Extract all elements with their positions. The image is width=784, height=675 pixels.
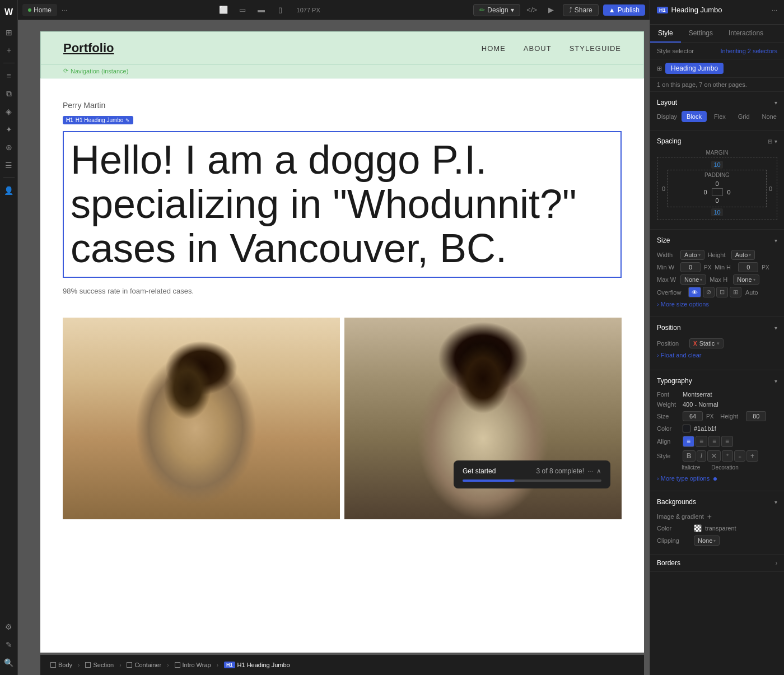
pages-icon[interactable]: ⊞ <box>1 25 17 40</box>
more-style-btn[interactable]: + <box>746 450 758 462</box>
home-tab[interactable]: Home <box>22 4 57 16</box>
canvas-area[interactable]: Portfolio HOME ABOUT STYLEGUIDE ⟳ Naviga… <box>18 20 650 675</box>
max-h-control[interactable]: None ▾ <box>733 274 759 285</box>
margin-left-value[interactable]: 0 <box>661 184 666 193</box>
search-icon[interactable]: 🔍 <box>1 655 17 671</box>
design-mode-button[interactable]: ✏ Design ▾ <box>473 4 520 16</box>
assets-icon[interactable]: ◈ <box>1 104 17 119</box>
superscript-btn[interactable]: ⁺ <box>722 450 733 462</box>
panel-more-dots[interactable]: ··· <box>772 6 777 14</box>
share-button[interactable]: ⤴ Share <box>563 4 599 16</box>
float-clear-link[interactable]: › Float and clear <box>650 351 784 363</box>
symbols-icon[interactable]: ✦ <box>1 122 17 137</box>
add-background-icon[interactable]: + <box>707 512 712 521</box>
bg-color-value[interactable]: transparent <box>705 525 777 532</box>
publish-button[interactable]: ▲ Publish <box>603 4 645 16</box>
align-justify-btn[interactable]: ≡ <box>721 436 733 447</box>
settings-icon[interactable]: ⚙ <box>1 619 17 635</box>
italic-btn[interactable]: I <box>697 450 706 462</box>
layers-icon[interactable]: ≡ <box>1 68 17 83</box>
bold-btn[interactable]: B <box>683 450 696 462</box>
ecommerce-icon[interactable]: ⊛ <box>1 139 17 155</box>
progress-collapse-icon[interactable]: ∧ <box>596 467 601 475</box>
spacing-options-icon[interactable]: ⊟ <box>768 138 772 145</box>
width-control[interactable]: Auto ▾ <box>680 250 704 260</box>
mobile-portrait-icon[interactable]: ▯ <box>273 3 288 17</box>
borders-section[interactable]: Borders › <box>650 555 784 572</box>
seo-icon[interactable]: ✎ <box>1 637 17 653</box>
breadcrumb-sep-2: › <box>119 662 121 668</box>
display-none-btn[interactable]: None <box>757 111 782 122</box>
height-control[interactable]: Auto ▾ <box>731 250 755 260</box>
desktop-view-icon[interactable]: ⬜ <box>216 3 231 17</box>
breadcrumb-h1[interactable]: H1 H1 Heading Jumbo <box>221 660 293 669</box>
preview-icon[interactable]: ▶ <box>544 3 558 17</box>
nav-link-about[interactable]: ABOUT <box>524 44 552 53</box>
typography-section-header[interactable]: Typography ▾ <box>650 375 784 387</box>
display-grid-btn[interactable]: Grid <box>733 111 755 122</box>
max-w-control[interactable]: None ▾ <box>680 274 706 285</box>
topbar-more-dots[interactable]: ··· <box>62 6 67 14</box>
users-icon[interactable]: 👤 <box>1 183 17 198</box>
display-block-btn[interactable]: Block <box>682 111 707 122</box>
overflow-scroll-btn[interactable]: ⊡ <box>716 287 728 297</box>
spacing-section-header[interactable]: Spacing ⊟ ▾ <box>650 135 784 147</box>
breadcrumb-section[interactable]: Section <box>82 660 117 669</box>
subscript-btn[interactable]: ₊ <box>734 450 745 462</box>
breadcrumb-intro-wrap[interactable]: Intro Wrap <box>171 660 214 669</box>
edit-icon[interactable]: ✎ <box>125 118 130 123</box>
font-value[interactable]: Montserrat <box>683 391 777 398</box>
margin-top-value[interactable]: 10 <box>661 160 773 170</box>
code-view-icon[interactable]: </> <box>525 3 539 17</box>
min-w-input[interactable] <box>680 262 701 272</box>
overflow-hidden-btn[interactable]: ⊘ <box>703 287 715 297</box>
overflow-auto-btn[interactable]: ⊞ <box>730 287 741 297</box>
strikethrough-btn[interactable]: ✕ <box>707 450 721 462</box>
position-value-control[interactable]: X Static ▾ <box>689 338 724 348</box>
display-flex-btn[interactable]: Flex <box>709 111 731 122</box>
padding-bottom-value[interactable]: 0 <box>670 196 764 205</box>
align-right-btn[interactable]: ≡ <box>708 436 720 447</box>
layout-section-header[interactable]: Layout ▾ <box>650 96 784 109</box>
nav-link-styleguide[interactable]: STYLEGUIDE <box>570 44 621 53</box>
margin-bottom-value[interactable]: 10 <box>661 207 773 217</box>
padding-right-value[interactable]: 0 <box>727 189 731 195</box>
progress-bar-background <box>463 480 601 482</box>
inherit-label[interactable]: Inheriting 2 selectors <box>721 48 778 54</box>
more-type-options-link[interactable]: › More type options <box>650 473 784 484</box>
color-value[interactable]: #1a1b1f <box>694 425 777 432</box>
min-h-input[interactable] <box>738 262 758 272</box>
more-size-options-link[interactable]: › More size options <box>650 299 784 310</box>
breadcrumb-body[interactable]: Body <box>47 660 76 669</box>
mobile-landscape-icon[interactable]: ▬ <box>254 3 269 17</box>
padding-top-value[interactable]: 0 <box>670 179 764 188</box>
tablet-view-icon[interactable]: ▭ <box>235 3 250 17</box>
tab-interactions[interactable]: Interactions <box>721 25 771 43</box>
progress-more-icon[interactable]: ··· <box>587 467 593 475</box>
tab-style[interactable]: Style <box>650 25 681 43</box>
hero-heading-wrapper[interactable]: Hello! I am a doggo P.I. specializing in… <box>63 131 622 278</box>
cms-icon[interactable]: ☰ <box>1 157 17 173</box>
breadcrumb-container[interactable]: Container <box>123 660 165 669</box>
align-center-btn[interactable]: ≡ <box>696 436 707 447</box>
typo-size-input[interactable] <box>683 411 703 421</box>
nav-link-home[interactable]: HOME <box>482 44 506 53</box>
margin-right-value[interactable]: 0 <box>768 184 773 193</box>
backgrounds-section-header[interactable]: Backgrounds ▾ <box>650 496 784 508</box>
typo-height-input[interactable] <box>746 411 766 421</box>
tab-settings[interactable]: Settings <box>681 25 721 43</box>
bg-color-label: Color <box>657 525 690 532</box>
add-icon[interactable]: ＋ <box>1 43 17 58</box>
transparent-color-swatch[interactable] <box>694 524 702 532</box>
selector-chip[interactable]: Heading Jumbo <box>665 63 724 74</box>
weight-value[interactable]: 400 - Normal <box>683 401 777 408</box>
overflow-visible-btn[interactable]: 👁 <box>688 287 701 297</box>
hero-heading[interactable]: Hello! I am a doggo P.I. specializing in… <box>71 138 614 271</box>
align-left-btn[interactable]: ≡ <box>683 436 694 447</box>
components-icon[interactable]: ⧉ <box>1 86 17 101</box>
color-swatch[interactable] <box>683 425 690 432</box>
position-section-header[interactable]: Position ▾ <box>650 322 784 334</box>
padding-left-value[interactable]: 0 <box>703 189 707 195</box>
size-section-header[interactable]: Size ▾ <box>650 234 784 246</box>
clipping-control[interactable]: None ▾ <box>694 536 720 546</box>
